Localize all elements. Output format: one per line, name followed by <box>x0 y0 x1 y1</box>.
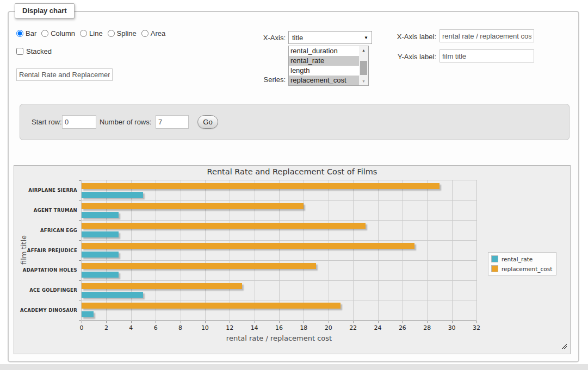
x-tick-label: 14 <box>247 324 262 331</box>
chart-type-radio-column[interactable] <box>41 30 48 37</box>
band-separator <box>82 280 476 281</box>
resize-handle-icon[interactable] <box>561 343 567 349</box>
band-separator <box>82 260 476 261</box>
bar-rental_rate <box>82 252 119 258</box>
x-tick-label: 28 <box>420 324 434 331</box>
x-tick <box>181 321 181 323</box>
fieldset-legend: Display chart <box>15 3 75 18</box>
x-tick <box>403 321 403 323</box>
x-tick-label: 2 <box>99 324 113 331</box>
series-option-rental_duration[interactable]: rental_duration <box>289 46 359 56</box>
x-axis-label-input[interactable] <box>440 29 534 42</box>
x-tick-label: 12 <box>222 324 237 331</box>
gridline <box>205 180 206 320</box>
start-row-input[interactable] <box>62 115 96 129</box>
legend-label: rental_rate <box>502 256 533 262</box>
series-option-rental_rate[interactable]: rental_rate <box>289 56 359 66</box>
x-axis-select[interactable]: title ▼ <box>288 31 372 44</box>
bar-replacement_cost <box>82 203 304 209</box>
x-axis-label-caption: X-Axis label: <box>376 33 436 41</box>
go-button[interactable]: Go <box>197 115 218 129</box>
scrollbar-thumb[interactable] <box>360 61 367 75</box>
series-option-replacement_cost[interactable]: replacement_cost <box>289 76 359 85</box>
bar-replacement_cost <box>82 263 316 269</box>
category-label: ADAPTATION HOLES <box>16 267 77 273</box>
x-tick <box>329 321 329 323</box>
bar-replacement_cost <box>82 243 414 249</box>
x-tick <box>279 321 280 323</box>
y-axis-label-input[interactable] <box>440 49 534 62</box>
scroll-up-icon[interactable]: ▲ <box>359 46 368 54</box>
category-label: ACE GOLDFINGER <box>16 287 77 293</box>
x-axis-label: X-Axis: <box>231 34 286 42</box>
bar-replacement_cost <box>82 183 440 189</box>
x-tick <box>205 321 206 323</box>
y-axis-label-caption: Y-Axis label: <box>376 53 436 61</box>
band-separator <box>82 200 476 201</box>
series-label: Series: <box>231 76 286 84</box>
x-tick <box>427 321 428 323</box>
scroll-down-icon[interactable]: ▼ <box>359 77 368 85</box>
y-tick <box>79 240 81 241</box>
gridline <box>304 180 304 320</box>
chart-legend: rental_rate replacement_cost <box>488 252 556 275</box>
gridline <box>106 180 107 320</box>
number-of-rows-input[interactable] <box>156 115 189 129</box>
series-multiselect[interactable]: rental_durationrental_ratelengthreplacem… <box>288 46 369 86</box>
x-tick-label: 18 <box>296 324 311 331</box>
x-tick <box>230 321 230 323</box>
stacked-checkbox-row: Stacked <box>16 47 52 55</box>
bar-rental_rate <box>82 231 119 237</box>
chart-container: Rental Rate and Replacement Cost of Film… <box>14 165 571 354</box>
x-tick <box>255 321 255 323</box>
chart-type-radio-area[interactable] <box>141 30 148 37</box>
band-separator <box>82 300 476 300</box>
bar-rental_rate <box>82 212 119 218</box>
chart-type-option-column: Column <box>41 29 75 37</box>
category-label: AFFAIR PREJUDICE <box>16 248 77 253</box>
x-tick <box>106 321 107 323</box>
series-option-length[interactable]: length <box>289 66 359 76</box>
chart-x-axis-title: rental rate / replacement cost <box>81 334 477 342</box>
category-label: AGENT TRUMAN <box>16 208 77 213</box>
scrollbar[interactable]: ▲ ▼ <box>359 46 368 85</box>
chart-type-option-spline: Spline <box>108 29 137 37</box>
x-tick <box>353 321 354 323</box>
chart-type-radios: BarColumnLineSplineArea <box>16 29 165 37</box>
chart-type-radio-bar[interactable] <box>16 30 23 37</box>
bar-rental_rate <box>82 192 143 198</box>
y-tick <box>79 300 81 300</box>
gridline <box>378 180 379 320</box>
x-tick-label: 20 <box>321 324 336 331</box>
stacked-label: Stacked <box>26 47 52 55</box>
legend-item: replacement_cost <box>491 265 552 272</box>
y-tick <box>79 280 81 281</box>
number-of-rows-label: Number of rows: <box>100 118 151 126</box>
bar-replacement_cost <box>82 283 242 289</box>
x-axis-select-value: title <box>292 34 303 42</box>
chart-type-radio-line[interactable] <box>80 30 87 37</box>
gridline <box>452 180 453 320</box>
legend-item: rental_rate <box>491 255 552 262</box>
y-tick <box>79 260 81 261</box>
chart-type-option-line: Line <box>80 29 103 37</box>
rows-panel: Start row: Number of rows: Go <box>20 104 570 140</box>
chart-title-input[interactable] <box>16 68 113 81</box>
chart-type-radio-label: Spline <box>117 29 137 37</box>
y-tick <box>79 200 81 201</box>
page: Display chart BarColumnLineSplineArea St… <box>0 0 588 370</box>
chart-plot: AIRPLANE SIERRAAGENT TRUMANAFRICAN EGGAF… <box>81 180 477 321</box>
stacked-checkbox[interactable] <box>16 48 23 55</box>
chart-type-radio-spline[interactable] <box>108 30 115 37</box>
band-separator <box>82 220 476 221</box>
start-row-label: Start row: <box>32 118 62 126</box>
x-tick-label: 32 <box>469 324 484 331</box>
gridline <box>353 180 354 320</box>
x-tick <box>378 321 379 323</box>
x-tick-label: 4 <box>124 324 138 331</box>
y-tick <box>79 320 81 321</box>
gridline <box>131 180 132 320</box>
gridline <box>329 180 329 320</box>
gridline <box>427 180 428 320</box>
gridline <box>255 180 255 320</box>
